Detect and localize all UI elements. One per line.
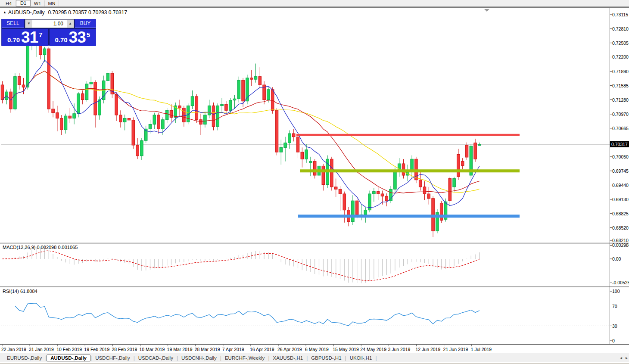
timeframe-button-w1[interactable]: W1 xyxy=(31,0,45,6)
axis-tick-label: 0.72505 xyxy=(612,40,629,46)
date-tick-label: 6 May 2019 xyxy=(305,347,329,352)
chart-shift-marker-icon xyxy=(484,9,489,12)
sell-price-prefix: 0.70 xyxy=(7,36,20,44)
date-axis: 22 Jan 201931 Jan 201910 Feb 201919 Feb … xyxy=(0,345,629,352)
sell-button[interactable]: SELL xyxy=(2,19,24,28)
volume-increase-icon[interactable]: ▲ xyxy=(67,20,74,28)
trade-panel-price-row: 0.70317 0.70335 xyxy=(2,29,96,46)
axis-tick-label: 0.70970 xyxy=(612,112,629,117)
volume-input[interactable] xyxy=(32,20,67,28)
axis-tick-label: 0.69440 xyxy=(612,183,629,188)
date-tick-label: 12 Jun 2019 xyxy=(416,347,441,352)
date-tick-label: 21 Jun 2019 xyxy=(443,347,468,352)
trading-terminal: H4D1W1MN ▲AUDUSD-,Daily0.70295 0.70357 0… xyxy=(0,0,629,364)
date-tick-label: 3 Jun 2019 xyxy=(388,347,410,352)
volume-decrease-icon[interactable]: ▼ xyxy=(25,20,32,28)
timeframe-toolbar: H4D1W1MN xyxy=(0,0,629,7)
sell-price-display[interactable]: 0.70317 xyxy=(2,29,48,46)
axis-tick-label: -0.005256 xyxy=(612,280,629,285)
price-chart-canvas[interactable] xyxy=(0,8,629,353)
rsi-indicator-label: RSI(14) 61.8084 xyxy=(3,289,37,294)
date-tick-label: 31 Jan 2019 xyxy=(29,347,54,352)
axis-tick-label: 0.72810 xyxy=(612,26,629,31)
chart-tab-gbpusd-h1[interactable]: GBPUSD-,H1 xyxy=(308,355,345,361)
tabs-scroll-right-icon[interactable]: ▸ xyxy=(626,355,628,361)
chart-ohlc-values: 0.70295 0.70357 0.70293 0.70317 xyxy=(48,9,128,16)
date-tick-label: 16 Apr 2019 xyxy=(250,347,274,352)
chart-tab-xauusd-h1[interactable]: XAUUSD-,H1 xyxy=(270,355,307,361)
sell-price-pip-digit: 7 xyxy=(39,31,42,38)
buy-price-pip-digit: 5 xyxy=(87,31,90,38)
axis-tick-label: 0.68520 xyxy=(612,225,629,230)
date-tick-label: 7 Apr 2019 xyxy=(222,347,244,352)
tabs-scroll-left-icon[interactable]: ◂ xyxy=(620,355,622,361)
axis-tick-label: 0.71890 xyxy=(612,69,629,74)
date-tick-label: 26 Apr 2019 xyxy=(277,347,302,352)
chart-tab-eurusd-daily[interactable]: EURUSD-,Daily xyxy=(3,355,45,361)
macd-indicator-label: MACD(12,26,9) 0.002098 0.001065 xyxy=(3,245,78,250)
collapse-arrow-icon[interactable]: ▲ xyxy=(3,10,6,14)
axis-tick-label: 0.68825 xyxy=(612,211,629,216)
chart-tab-eurchf-weekly[interactable]: EURCHF-,Weekly xyxy=(221,355,268,361)
chart-tabs: EURUSD-,Daily|AUDUSD-,Daily|USDCHF-,Dail… xyxy=(3,353,377,363)
axis-tick-label: 0.69745 xyxy=(612,168,629,174)
date-tick-label: 28 Mar 2019 xyxy=(195,347,220,352)
chart-window: ▲AUDUSD-,Daily0.70295 0.70357 0.70293 0.… xyxy=(0,7,629,352)
tab-scroll-controls: ◂ ▸ xyxy=(620,355,628,361)
date-tick-label: 15 May 2019 xyxy=(333,347,359,352)
buy-price-prefix: 0.70 xyxy=(55,36,67,44)
chart-tab-ukoil-h1[interactable]: UKOil-,H1 xyxy=(346,355,376,361)
axis-tick-label: 0 xyxy=(612,338,615,343)
axis-tick-label: 70 xyxy=(612,304,617,309)
chart-tab-usdcad-daily[interactable]: USDCAD-,Daily xyxy=(135,355,177,361)
chart-title: ▲AUDUSD-,Daily0.70295 0.70357 0.70293 0.… xyxy=(3,9,127,16)
axis-tick-label: 100 xyxy=(612,289,620,294)
tab-separator: | xyxy=(375,355,377,361)
chart-tab-usdchf-daily[interactable]: USDCHF-,Daily xyxy=(92,355,134,361)
axis-tick-label: 0.72200 xyxy=(612,54,629,59)
price-axis: 0.731150.728100.725050.722000.718900.715… xyxy=(611,8,629,353)
trade-panel-top-row: SELL ▼ ▲ BUY xyxy=(2,19,96,28)
date-tick-label: 10 Feb 2019 xyxy=(56,347,82,352)
date-tick-label: 22 Jan 2019 xyxy=(1,347,26,352)
current-price-box: 0.70317 xyxy=(610,141,629,147)
date-tick-label: 1 Jul 2019 xyxy=(471,347,492,352)
date-tick-label: 28 Feb 2019 xyxy=(112,347,137,352)
timeframe-button-mn[interactable]: MN xyxy=(45,0,59,6)
buy-button[interactable]: BUY xyxy=(75,19,96,28)
axis-tick-label: 30 xyxy=(612,324,617,329)
chart-tab-usdcnh-daily[interactable]: USDCNH-,Daily xyxy=(178,355,220,361)
sell-price-big-digits: 31 xyxy=(21,30,38,45)
volume-spinner: ▼ ▲ xyxy=(25,19,74,28)
axis-tick-label: 0.71280 xyxy=(612,97,629,103)
timeframe-button-h4[interactable]: H4 xyxy=(2,0,16,6)
chart-tab-audusd-daily[interactable]: AUDUSD-,Daily xyxy=(47,355,90,361)
date-tick-label: 10 Mar 2019 xyxy=(140,347,165,352)
axis-tick-label: 0.69130 xyxy=(612,197,629,202)
date-tick-label: 19 Feb 2019 xyxy=(84,347,109,352)
buy-price-display[interactable]: 0.70335 xyxy=(50,29,96,46)
date-tick-label: 19 Mar 2019 xyxy=(167,347,193,352)
axis-tick-label: 0.70050 xyxy=(612,154,629,159)
timeframe-button-d1[interactable]: D1 xyxy=(16,0,31,6)
axis-tick-label: 0.71585 xyxy=(612,83,629,88)
axis-tick-label: 0.00 xyxy=(612,256,621,261)
date-tick-label: 24 May 2019 xyxy=(360,347,386,352)
chart-symbol-label: AUDUSD-,Daily xyxy=(8,9,45,16)
chart-tab-bar: EURUSD-,Daily|AUDUSD-,Daily|USDCHF-,Dail… xyxy=(0,353,629,362)
axis-tick-label: 0.002984 xyxy=(612,243,629,248)
axis-tick-label: 0.70665 xyxy=(612,126,629,131)
one-click-trading-panel: SELL ▼ ▲ BUY 0.70317 0.70335 xyxy=(1,19,96,46)
axis-tick-label: 0.68210 xyxy=(612,238,629,243)
axis-tick-label: 0.73115 xyxy=(612,12,628,17)
buy-price-big-digits: 33 xyxy=(69,30,86,45)
